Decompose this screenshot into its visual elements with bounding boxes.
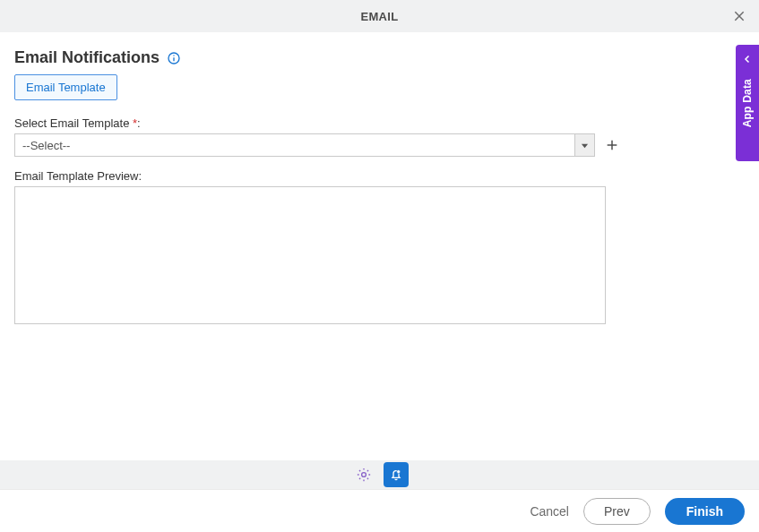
select-template-dropdown[interactable]: --Select-- (14, 133, 595, 157)
close-button[interactable] (729, 5, 750, 27)
select-template-value: --Select-- (15, 134, 574, 156)
tab-email-template[interactable]: Email Template (14, 74, 117, 100)
chevron-left-icon (742, 54, 753, 64)
finish-button[interactable]: Finish (665, 498, 745, 525)
preview-label: Email Template Preview: (14, 169, 745, 183)
notifications-button[interactable] (384, 462, 409, 487)
close-icon (732, 9, 746, 23)
dialog-content: Email Notifications Email Template Selec… (0, 32, 759, 324)
section-header: Email Notifications (14, 48, 745, 67)
bell-icon (389, 468, 403, 482)
app-data-drawer[interactable]: App Data (736, 45, 759, 161)
dialog-title: EMAIL (361, 10, 399, 23)
svg-point-8 (361, 473, 366, 477)
prev-button[interactable]: Prev (583, 498, 651, 525)
info-icon[interactable] (167, 51, 181, 65)
svg-point-9 (396, 470, 400, 474)
app-data-label: App Data (741, 79, 754, 127)
chevron-down-icon (581, 142, 589, 150)
section-title: Email Notifications (14, 48, 160, 67)
dropdown-caret (574, 134, 594, 156)
gear-icon (356, 467, 372, 483)
svg-marker-5 (582, 143, 588, 148)
select-template-label: Select Email Template *: (14, 116, 745, 130)
cancel-button[interactable]: Cancel (530, 504, 569, 519)
add-template-button[interactable] (602, 135, 622, 155)
bottom-toolbar (0, 460, 759, 489)
plus-icon (605, 138, 619, 152)
settings-button[interactable] (351, 462, 376, 487)
dialog-footer: Cancel Prev Finish (0, 489, 759, 532)
dialog-header: EMAIL (0, 0, 759, 32)
template-preview-box (14, 186, 606, 324)
select-template-row: --Select-- (14, 133, 622, 157)
svg-point-4 (173, 55, 174, 56)
